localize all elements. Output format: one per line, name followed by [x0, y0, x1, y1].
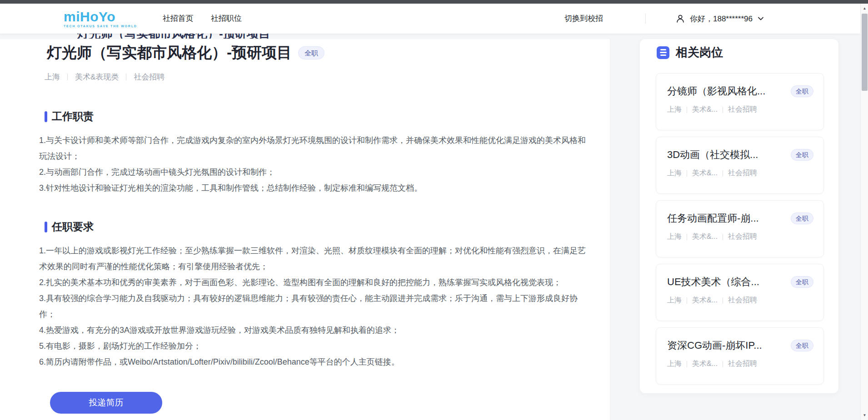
- job-card-title: 资深CG动画-崩坏IP...: [667, 339, 762, 352]
- job-card-badge: 全职: [791, 149, 813, 161]
- related-jobs-panel: 相关岗位 分镜师（影视风格化... 全职 上海美术&...社会招聘 3D动画（社…: [640, 39, 838, 393]
- requirement-item: 5.有电影，摄影，剧场灯光的工作经验加分；: [39, 338, 591, 354]
- related-jobs-icon: [657, 46, 669, 59]
- main-nav: 社招首页 社招职位: [163, 4, 242, 34]
- job-card-title: 分镜师（影视风格化...: [667, 84, 765, 98]
- job-card-badge: 全职: [791, 212, 813, 224]
- job-card[interactable]: UE技术美术（综合... 全职 上海美术&...社会招聘: [656, 264, 824, 321]
- job-meta-city: 上海: [45, 72, 60, 82]
- browser-chrome-strip: [0, 0, 868, 4]
- responsibilities-heading: 工作职责: [45, 109, 94, 124]
- meta-divider: [723, 234, 723, 240]
- job-card-badge: 全职: [791, 276, 813, 288]
- nav-item-social-home[interactable]: 社招首页: [163, 4, 194, 34]
- responsibilities-body: 1.与关卡设计师和美术师等部门合作，完成游戏内复杂的室内外场景灯光环境氛围的设计…: [39, 133, 591, 196]
- job-detail-panel: 灯光师（写实都市风格化）-预研项目 全职 上海 美术&表现类 社会招聘 工作职责…: [0, 39, 610, 420]
- switch-to-campus-link[interactable]: 切换到校招: [564, 4, 603, 34]
- job-card-title: UE技术美术（综合...: [667, 275, 759, 289]
- meta-divider: [687, 234, 687, 240]
- meta-divider: [687, 361, 687, 367]
- meta-divider: [723, 297, 723, 304]
- requirement-item: 6.简历内请附带作品，或Weibo/Artstation/Lofter/Pixi…: [39, 354, 591, 370]
- responsibility-item: 3.针对性地设计和验证灯光相关的渲染功能，工具和制作管线；总结制作经验，制定标准…: [39, 180, 591, 196]
- scrollbar: ▲ ▼: [860, 4, 868, 420]
- job-card[interactable]: 分镜师（影视风格化... 全职 上海美术&...社会招聘: [656, 73, 824, 130]
- user-menu[interactable]: 你好，188******96: [675, 4, 764, 34]
- meta-divider: [687, 170, 687, 177]
- logo-text: miHoYo: [64, 10, 115, 24]
- job-card-meta: 上海美术&...社会招聘: [667, 168, 813, 178]
- related-jobs-title: 相关岗位: [676, 44, 723, 60]
- apply-resume-button[interactable]: 投递简历: [50, 392, 162, 414]
- job-meta: 上海 美术&表现类 社会招聘: [45, 72, 165, 82]
- user-greeting: 你好，188******96: [690, 14, 753, 24]
- meta-divider: [67, 74, 68, 80]
- requirements-body: 1.一年以上的游戏或影视灯光工作经验；至少熟练掌握一款三维软件，对渲染、光照、材…: [39, 243, 591, 370]
- app-header: miHoYo TECH OTAKUS SAVE THE WORLD 社招首页 社…: [0, 4, 860, 34]
- requirement-item: 3.具有较强的综合学习能力及自我驱动力；具有较好的逻辑思维能力；具有较强的责任心…: [39, 291, 591, 322]
- related-jobs-header: 相关岗位: [657, 44, 723, 60]
- job-card[interactable]: 3D动画（社交模拟... 全职 上海美术&...社会招聘: [656, 137, 824, 194]
- job-meta-category: 美术&表现类: [75, 72, 119, 82]
- logo-tagline: TECH OTAKUS SAVE THE WORLD: [64, 25, 137, 28]
- job-card[interactable]: 资深CG动画-崩坏IP... 全职 上海美术&...社会招聘: [656, 327, 824, 385]
- job-card[interactable]: 任务动画配置师-崩... 全职 上海美术&...社会招聘: [656, 200, 824, 257]
- meta-divider: [687, 107, 687, 113]
- meta-divider: [723, 170, 723, 177]
- requirements-heading: 任职要求: [45, 220, 94, 234]
- scrolled-text-fragment: 灯光师（写实都市风格化）-预研项目: [77, 34, 277, 39]
- meta-divider: [723, 361, 723, 367]
- requirement-item: 4.热爱游戏，有充分的3A游戏或开放世界游戏游玩经验，对游戏美术品质有独特见解和…: [39, 322, 591, 338]
- mihoyo-logo[interactable]: miHoYo TECH OTAKUS SAVE THE WORLD: [64, 10, 137, 28]
- responsibility-item: 1.与关卡设计师和美术师等部门合作，完成游戏内复杂的室内外场景灯光环境氛围的设计…: [39, 133, 591, 164]
- nav-item-social-jobs[interactable]: 社招职位: [211, 4, 242, 34]
- job-card-badge: 全职: [791, 340, 813, 351]
- meta-divider: [687, 297, 687, 304]
- fulltime-badge: 全职: [298, 46, 324, 59]
- meta-divider: [723, 107, 723, 113]
- job-title: 灯光师（写实都市风格化）-预研项目: [47, 42, 292, 63]
- responsibility-item: 2.与动画部门合作，完成过场动画中镜头灯光氛围的设计和制作；: [39, 164, 591, 180]
- job-card-meta: 上海美术&...社会招聘: [667, 232, 813, 242]
- section-marker-icon: [45, 222, 47, 232]
- job-card-title: 3D动画（社交模拟...: [667, 148, 758, 162]
- requirement-item: 1.一年以上的游戏或影视灯光工作经验；至少熟练掌握一款三维软件，对渲染、光照、材…: [39, 243, 591, 275]
- job-card-badge: 全职: [791, 85, 813, 97]
- section-marker-icon: [45, 111, 47, 122]
- scroll-down-icon[interactable]: ▼: [861, 411, 868, 419]
- job-card-meta: 上海美术&...社会招聘: [667, 105, 813, 114]
- related-jobs-list: 分镜师（影视风格化... 全职 上海美术&...社会招聘 3D动画（社交模拟..…: [656, 73, 824, 391]
- meta-divider: [126, 74, 126, 80]
- job-card-meta: 上海美术&...社会招聘: [667, 359, 813, 369]
- scroll-up-icon[interactable]: ▲: [861, 5, 868, 12]
- job-title-row: 灯光师（写实都市风格化）-预研项目 全职: [47, 42, 324, 63]
- chevron-down-icon: [757, 15, 764, 22]
- job-card-title: 任务动画配置师-崩...: [667, 212, 759, 225]
- requirement-item: 2.扎实的美术基本功和优秀的审美素养，对于画面色彩、光影理论、造型构图有全面的理…: [39, 275, 591, 291]
- job-meta-type: 社会招聘: [134, 72, 165, 82]
- job-card-meta: 上海美术&...社会招聘: [667, 296, 813, 305]
- scroll-thumb[interactable]: [862, 14, 868, 91]
- header-divider: [645, 14, 646, 24]
- user-icon: [675, 14, 685, 24]
